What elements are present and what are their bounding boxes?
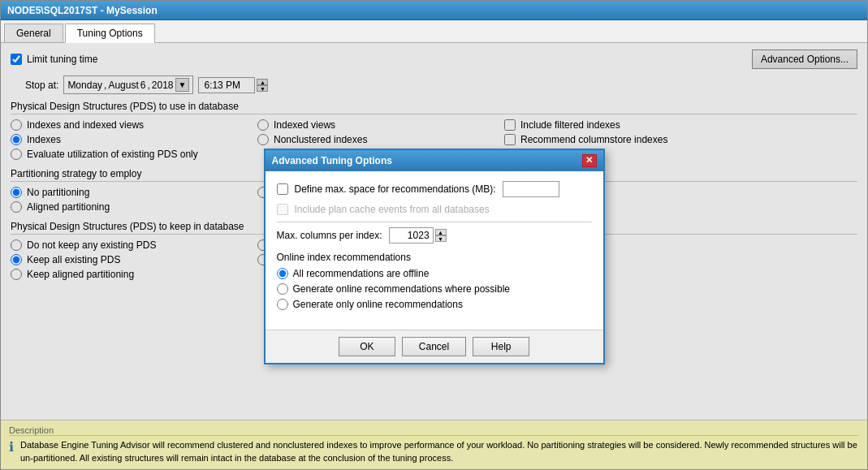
ok-button[interactable]: OK	[339, 337, 395, 356]
include-plan-cache-checkbox	[277, 204, 288, 215]
modal-footer: OK Cancel Help	[266, 330, 603, 363]
content-area: Limit tuning time Advanced Options... St…	[1, 43, 867, 469]
cancel-button[interactable]: Cancel	[402, 337, 466, 356]
modal-title-bar: Advanced Tuning Options ✕	[266, 150, 603, 171]
define-max-space-input[interactable]	[503, 181, 559, 197]
max-columns-input[interactable]	[389, 227, 434, 244]
modal-close-button[interactable]: ✕	[582, 154, 597, 167]
online-radio-group: All recommendations are offline Generate…	[277, 268, 592, 310]
window-title: NODE5\SQL2017ST - MySession	[7, 5, 158, 16]
max-columns-label: Max. columns per index:	[277, 230, 382, 241]
online-radio-0[interactable]	[277, 268, 288, 279]
include-plan-cache-label: Include plan cache events from all datab…	[295, 204, 490, 215]
max-columns-input-wrapper: ▲ ▼	[389, 227, 447, 244]
online-section-label: Online index recommendations	[277, 252, 592, 263]
modal-overlay: Advanced Tuning Options ✕ Define max. sp…	[1, 43, 867, 469]
include-plan-cache-row: Include plan cache events from all datab…	[277, 204, 592, 215]
tab-tuning-options[interactable]: Tuning Options	[65, 24, 155, 43]
online-label-1: Generate online recommendations where po…	[293, 283, 511, 295]
main-window: NODE5\SQL2017ST - MySession General Tuni…	[0, 0, 868, 470]
max-col-down[interactable]: ▼	[435, 235, 447, 242]
online-opt-2: Generate only online recommendations	[277, 299, 592, 310]
title-bar: NODE5\SQL2017ST - MySession	[1, 1, 867, 20]
modal-title: Advanced Tuning Options	[272, 155, 392, 166]
online-radio-1[interactable]	[277, 283, 288, 295]
online-opt-0: All recommendations are offline	[277, 268, 592, 279]
online-opt-1: Generate online recommendations where po…	[277, 283, 592, 295]
max-columns-spinner: ▲ ▼	[435, 229, 447, 242]
online-label-2: Generate only online recommendations	[293, 299, 463, 310]
define-max-space-checkbox[interactable]	[277, 183, 288, 195]
advanced-tuning-modal: Advanced Tuning Options ✕ Define max. sp…	[264, 149, 605, 364]
max-col-up[interactable]: ▲	[435, 229, 447, 235]
modal-separator	[277, 222, 592, 222]
define-max-space-label: Define max. space for recommendations (M…	[295, 183, 496, 195]
tab-bar: General Tuning Options	[1, 20, 867, 43]
tab-general[interactable]: General	[4, 24, 63, 42]
online-label-0: All recommendations are offline	[293, 268, 430, 279]
define-max-space-row: Define max. space for recommendations (M…	[277, 181, 592, 197]
help-button[interactable]: Help	[473, 337, 529, 356]
online-section: Online index recommendations All recomme…	[277, 252, 592, 310]
max-columns-row: Max. columns per index: ▲ ▼	[277, 227, 592, 244]
modal-body: Define max. space for recommendations (M…	[266, 171, 603, 330]
online-radio-2[interactable]	[277, 299, 288, 310]
